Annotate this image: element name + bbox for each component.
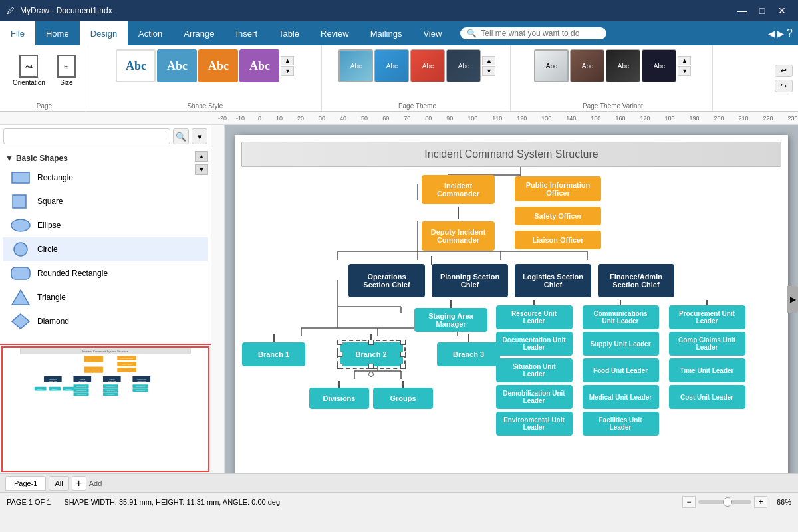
nav-up-button[interactable]: ◀ — [768, 29, 775, 39]
basic-shapes-header[interactable]: ▼ Basic Shapes — [3, 151, 208, 166]
circle-item[interactable]: Circle — [3, 237, 208, 261]
shape-style-1[interactable]: Abc — [116, 49, 156, 82]
zoom-slider[interactable] — [698, 500, 751, 504]
variant-3[interactable]: Abc — [606, 49, 640, 82]
medical-unit-node[interactable]: Medical Unit Leader — [583, 385, 659, 409]
liaison-officer-node[interactable]: Liaison Officer — [515, 231, 601, 249]
menu-tab-file[interactable]: File — [0, 21, 35, 45]
menu-tab-review[interactable]: Review — [310, 21, 360, 45]
close-button[interactable]: ✕ — [773, 4, 791, 17]
procurement-unit-node[interactable]: Procurement Unit Leader — [669, 305, 745, 329]
theme-scroll-down[interactable]: ▼ — [482, 66, 495, 76]
rectangle-item[interactable]: Rectangle — [3, 166, 208, 190]
menu-bar: File Home Design Action Arrange Insert T… — [0, 21, 798, 45]
square-label: Square — [37, 197, 63, 206]
menu-tab-insert[interactable]: Insert — [225, 21, 269, 45]
branch2-node[interactable]: Branch 2 — [340, 342, 403, 366]
theme-2[interactable]: Abc — [374, 49, 409, 82]
rounded-rectangle-label: Rounded Rectangle — [37, 269, 108, 278]
shape-search-input[interactable] — [3, 128, 170, 144]
variant-2[interactable]: Abc — [570, 49, 604, 82]
canvas-area[interactable]: Incident Command System Structure Incide… — [225, 125, 798, 473]
safety-officer-node[interactable]: Safety Officer — [515, 207, 601, 225]
shape-style-2[interactable]: Abc — [157, 49, 197, 82]
documentation-unit-node[interactable]: Documentation Unit Leader — [496, 332, 573, 356]
add-page-label: Add — [89, 479, 102, 487]
svg-text:Operations: Operations — [49, 378, 56, 380]
title-bar: 🖊 MyDraw - Document1.ndx — □ ✕ — [0, 0, 798, 21]
deputy-incident-node[interactable]: Deputy Incident Commander — [422, 221, 495, 251]
page-tab-1[interactable]: Page-1 — [5, 476, 46, 491]
shape-style-scroll-down[interactable]: ▼ — [281, 66, 294, 76]
svg-text:Planning: Planning — [80, 378, 86, 380]
square-item[interactable]: Square — [3, 190, 208, 213]
finance-chief-node[interactable]: Finance/Admin Section Chief — [598, 264, 674, 297]
theme-3[interactable]: Abc — [410, 49, 445, 82]
food-unit-node[interactable]: Food Unit Leader — [583, 358, 659, 382]
panel-scroll-up[interactable]: ▲ — [195, 151, 208, 162]
menu-tab-mailings[interactable]: Mailings — [360, 21, 413, 45]
maximize-button[interactable]: □ — [753, 4, 771, 17]
diagram-canvas[interactable]: Incident Command System Structure Incide… — [235, 135, 788, 473]
planning-chief-node[interactable]: Planning Section Chief — [432, 264, 508, 297]
incident-commander-node[interactable]: Incident Commander — [422, 175, 495, 204]
groups-node[interactable]: Groups — [373, 388, 433, 409]
menu-tab-view[interactable]: View — [412, 21, 452, 45]
menu-tab-table[interactable]: Table — [268, 21, 310, 45]
demob-unit-node[interactable]: Demobilization Unit Leader — [496, 385, 573, 409]
public-info-officer-node[interactable]: Public Information Officer — [515, 176, 601, 201]
panel-scroll-down[interactable]: ▼ — [195, 164, 208, 175]
svg-text:Situation Unit Ldr: Situation Unit Ldr — [76, 394, 86, 395]
add-page-button[interactable]: + — [72, 476, 86, 491]
all-pages-button[interactable]: All — [49, 476, 68, 491]
menu-tab-arrange[interactable]: Arrange — [173, 21, 225, 45]
orientation-button[interactable]: A4 Orientation — [8, 51, 50, 90]
minimize-button[interactable]: — — [733, 4, 751, 17]
situation-unit-node[interactable]: Situation Unit Leader — [496, 358, 573, 382]
panel-expand-arrow[interactable]: ▶ — [787, 286, 798, 313]
zoom-out-button[interactable]: − — [682, 496, 696, 508]
diamond-item[interactable]: Diamond — [3, 309, 208, 333]
nav-down-button[interactable]: ▶ — [777, 29, 784, 39]
redo-button[interactable]: ↪ — [775, 80, 793, 92]
toolbar: A4 Orientation ⊞ Size Page Abc Abc Abc A… — [0, 45, 798, 112]
logistics-chief-node[interactable]: Logistics Section Chief — [515, 264, 591, 297]
facilities-unit-node[interactable]: Facilities Unit Leader — [583, 412, 659, 436]
theme-scroll-up[interactable]: ▲ — [482, 56, 495, 65]
variant-scroll-down[interactable]: ▼ — [678, 66, 691, 76]
comp-claims-unit-node[interactable]: Comp Claims Unit Leader — [669, 332, 745, 356]
toolbar-search-input[interactable] — [481, 29, 600, 38]
branch1-node[interactable]: Branch 1 — [242, 342, 305, 366]
svg-marker-6 — [12, 314, 29, 329]
theme-1[interactable]: Abc — [338, 49, 373, 82]
triangle-item[interactable]: Triangle — [3, 285, 208, 309]
staging-area-manager-node[interactable]: Staging Area Manager — [414, 308, 487, 332]
theme-4[interactable]: Abc — [446, 49, 481, 82]
rounded-rectangle-item[interactable]: Rounded Rectangle — [3, 261, 208, 285]
branch3-node[interactable]: Branch 3 — [437, 342, 500, 366]
ellipse-item[interactable]: Ellipse — [3, 213, 208, 237]
search-options-button[interactable]: ▾ — [192, 128, 207, 144]
time-unit-node[interactable]: Time Unit Leader — [669, 358, 745, 382]
menu-tab-home[interactable]: Home — [35, 21, 80, 45]
operations-chief-node[interactable]: Operations Section Chief — [348, 264, 425, 297]
menu-tab-design[interactable]: Design — [80, 21, 128, 45]
undo-button[interactable]: ↩ — [775, 65, 793, 77]
comms-unit-node[interactable]: Communications Unit Leader — [583, 305, 659, 329]
supply-unit-node[interactable]: Supply Unit Leader — [583, 332, 659, 356]
environmental-unit-node[interactable]: Environmental Unit Leader — [496, 412, 573, 436]
divisions-node[interactable]: Divisions — [309, 388, 369, 409]
size-button[interactable]: ⊞ Size — [53, 51, 80, 90]
search-button[interactable]: 🔍 — [173, 128, 189, 144]
menu-tab-action[interactable]: Action — [128, 21, 173, 45]
shape-style-scroll-up[interactable]: ▲ — [281, 56, 294, 65]
variant-scroll-up[interactable]: ▲ — [678, 56, 691, 65]
shape-style-4[interactable]: Abc — [239, 49, 279, 82]
cost-unit-node[interactable]: Cost Unit Leader — [669, 385, 745, 409]
shape-style-3[interactable]: Abc — [198, 49, 238, 82]
svg-text:Finance/Admin: Finance/Admin — [137, 378, 147, 380]
variant-4[interactable]: Abc — [642, 49, 676, 82]
zoom-in-button[interactable]: + — [754, 496, 767, 508]
resource-unit-node[interactable]: Resource Unit Leader — [496, 305, 573, 329]
variant-1[interactable]: Abc — [534, 49, 569, 82]
